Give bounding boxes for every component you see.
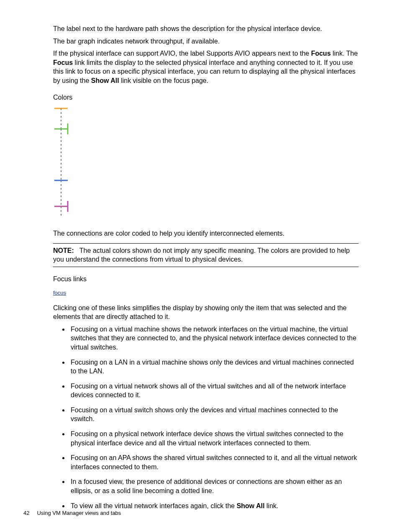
page-container: The label next to the hardware path show… — [0, 0, 399, 532]
list-item: Focusing on a virtual network shows all … — [69, 382, 358, 400]
paragraph-hw-label: The label next to the hardware path show… — [53, 24, 358, 33]
paragraph-color-coded: The connections are color coded to help … — [53, 229, 358, 238]
list-item: To view all the virtual network interfac… — [69, 501, 358, 511]
paragraph-focus-intro: Clicking one of these links simplifies t… — [53, 303, 358, 321]
list-item: Focusing on a LAN in a virtual machine s… — [69, 358, 358, 376]
list-item: Focusing on a virtual switch shows only … — [69, 406, 358, 424]
heading-focus-links: Focus links — [53, 275, 358, 284]
note-box: NOTE: The actual colors shown do not imp… — [53, 243, 358, 267]
colors-diagram — [53, 106, 78, 223]
note-label: NOTE: — [53, 247, 74, 254]
bold-focus-2: Focus — [53, 59, 73, 66]
text-fragment: link. — [265, 502, 279, 509]
text-fragment: link visible on the focus page. — [119, 77, 208, 84]
text-fragment: link. The — [331, 50, 358, 57]
text-fragment: To view all the virtual network interfac… — [71, 502, 237, 509]
bold-showall-2: Show All — [237, 502, 265, 509]
paragraph-avio-focus: If the physical interface can support AV… — [53, 49, 358, 85]
list-item: In a focused view, the presence of addit… — [69, 477, 358, 495]
bold-showall-1: Show All — [91, 77, 119, 84]
footer-title: Using VM Manager views and tabs — [37, 510, 121, 516]
page-footer: 42Using VM Manager views and tabs — [23, 510, 121, 516]
note-text: The actual colors shown do not imply any… — [53, 247, 350, 263]
bold-focus-1: Focus — [311, 50, 331, 57]
text-fragment: If the physical interface can support AV… — [53, 50, 311, 57]
focus-bullet-list: Focusing on a virtual machine shows the … — [53, 325, 358, 511]
page-number: 42 — [23, 510, 29, 516]
list-item: Focusing on a physical network interface… — [69, 429, 358, 447]
list-item: Focusing on an APA shows the shared virt… — [69, 453, 358, 471]
paragraph-bargraph: The bar graph indicates network throughp… — [53, 37, 358, 46]
focus-link[interactable]: focus — [53, 290, 66, 296]
heading-colors: Colors — [53, 93, 358, 102]
list-item: Focusing on a virtual machine shows the … — [69, 325, 358, 352]
